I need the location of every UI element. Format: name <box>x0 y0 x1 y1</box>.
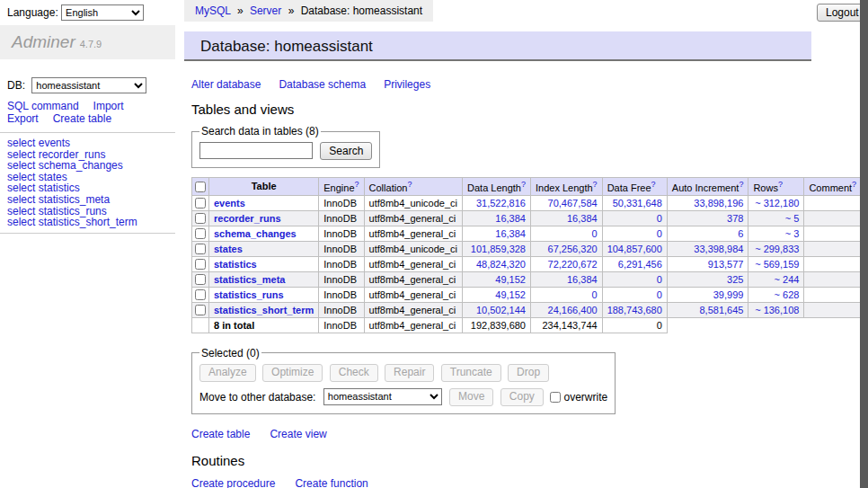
breadcrumb-server-link[interactable]: Server <box>250 4 281 17</box>
copy-button[interactable]: Copy <box>500 388 544 406</box>
index-length-link[interactable]: 16,384 <box>567 213 598 224</box>
row-checkbox[interactable] <box>195 244 206 254</box>
data-length-link[interactable]: 16,384 <box>495 228 526 239</box>
create-table-link[interactable]: Create table <box>191 428 250 440</box>
help-link-icon[interactable]: ? <box>651 180 656 189</box>
rows-count-link[interactable]: ~ 136,108 <box>755 305 799 315</box>
help-link-icon[interactable]: ? <box>407 180 412 189</box>
row-checkbox[interactable] <box>195 213 206 224</box>
row-checkbox[interactable] <box>195 289 206 300</box>
data-free-link[interactable]: 188,743,680 <box>607 305 662 315</box>
rows-count-link[interactable]: ~ 5 <box>785 213 800 224</box>
column-header-auto-increment: Auto Increment? <box>667 178 748 196</box>
rows-count-link[interactable]: ~ 628 <box>775 289 800 300</box>
language-select[interactable]: English <box>61 4 144 21</box>
drop-button[interactable]: Drop <box>508 364 549 382</box>
create-function-link[interactable]: Create function <box>295 477 368 488</box>
data-length-link[interactable]: 16,384 <box>495 213 526 224</box>
app-logo[interactable]: Adminer4.7.9 <box>0 25 175 59</box>
table-name-link[interactable]: states <box>214 244 243 254</box>
row-checkbox[interactable] <box>195 228 206 239</box>
rows-count-link[interactable]: ~ 312,180 <box>755 198 799 209</box>
auto-increment-link[interactable]: 6 <box>738 228 743 239</box>
row-checkbox[interactable] <box>195 259 206 270</box>
help-link-icon[interactable]: ? <box>852 180 856 189</box>
data-length-link[interactable]: 49,152 <box>495 274 526 285</box>
data-length-link[interactable]: 48,824,320 <box>476 259 526 270</box>
table-name-link[interactable]: statistics <box>214 259 257 270</box>
table-name-link[interactable]: statistics_short_term <box>214 305 314 315</box>
database-schema-link[interactable]: Database schema <box>279 78 366 91</box>
search-input[interactable] <box>199 142 313 159</box>
auto-increment-link[interactable]: 325 <box>727 274 743 285</box>
check-button[interactable]: Check <box>330 364 378 382</box>
rows-count-link[interactable]: ~ 299,833 <box>755 244 799 254</box>
overwrite-checkbox[interactable] <box>550 392 561 403</box>
index-length-link[interactable]: 0 <box>592 228 598 239</box>
create-view-link[interactable]: Create view <box>270 428 326 440</box>
data-length-link[interactable]: 31,522,816 <box>476 198 526 209</box>
breadcrumb-mysql-link[interactable]: MySQL <box>195 4 231 17</box>
sidebar-link-create-table[interactable]: Create table <box>53 112 111 125</box>
auto-increment-link[interactable]: 8,581,645 <box>699 305 743 315</box>
rows-count-link[interactable]: ~ 569,159 <box>755 259 799 270</box>
data-free-link[interactable]: 0 <box>657 213 662 224</box>
auto-increment-link[interactable]: 378 <box>727 213 743 224</box>
create-procedure-link[interactable]: Create procedure <box>191 477 275 488</box>
auto-increment-link[interactable]: 33,898,196 <box>694 198 743 209</box>
row-checkbox[interactable] <box>195 305 206 315</box>
move-button[interactable]: Move <box>449 388 493 406</box>
select-link[interactable]: select <box>7 216 35 228</box>
analyze-button[interactable]: Analyze <box>199 364 256 382</box>
auto-increment-link[interactable]: 39,999 <box>713 289 744 300</box>
data-length-link[interactable]: 49,152 <box>495 289 526 300</box>
sidebar-link-import[interactable]: Import <box>93 100 124 112</box>
privileges-link[interactable]: Privileges <box>384 78 430 91</box>
optimize-button[interactable]: Optimize <box>262 364 323 382</box>
data-length-link[interactable]: 101,859,328 <box>471 244 526 254</box>
repair-button[interactable]: Repair <box>385 364 434 382</box>
db-label: DB: <box>7 79 25 92</box>
table-name-link[interactable]: recorder_runs <box>214 213 281 224</box>
help-link-icon[interactable]: ? <box>355 180 359 189</box>
table-name-link[interactable]: statistics_runs <box>214 289 284 300</box>
data-free-link[interactable]: 6,291,456 <box>618 259 662 270</box>
help-link-icon[interactable]: ? <box>778 180 783 189</box>
index-length-link[interactable]: 24,166,400 <box>548 305 598 315</box>
total-label: 8 in total <box>209 317 319 333</box>
index-length-link[interactable]: 0 <box>592 289 598 300</box>
sidebar-link-sql-command[interactable]: SQL command <box>7 100 79 112</box>
data-free-link[interactable]: 104,857,600 <box>607 244 662 254</box>
index-length-link[interactable]: 16,384 <box>567 274 598 285</box>
db-select[interactable]: homeassistant <box>31 77 146 93</box>
table-link[interactable]: statistics_short_term <box>39 216 137 228</box>
search-button[interactable]: Search <box>320 142 372 160</box>
help-link-icon[interactable]: ? <box>521 180 526 189</box>
move-database-select[interactable]: homeassistant <box>323 388 442 405</box>
vertical-scrollbar[interactable] <box>860 0 868 488</box>
help-link-icon[interactable]: ? <box>739 180 743 189</box>
index-length-link[interactable]: 67,256,320 <box>548 244 598 254</box>
index-length-link[interactable]: 72,220,672 <box>548 259 598 270</box>
data-free-link[interactable]: 0 <box>657 289 662 300</box>
alter-database-link[interactable]: Alter database <box>191 78 261 91</box>
row-checkbox[interactable] <box>195 198 206 209</box>
auto-increment-link[interactable]: 33,398,984 <box>694 244 743 254</box>
data-free-link[interactable]: 0 <box>657 228 662 239</box>
rows-count-link[interactable]: ~ 3 <box>785 228 800 239</box>
index-length-link[interactable]: 70,467,584 <box>548 198 598 209</box>
select-all-checkbox[interactable] <box>195 182 206 192</box>
table-name-link[interactable]: schema_changes <box>214 228 297 239</box>
rows-count-link[interactable]: ~ 244 <box>775 274 800 285</box>
truncate-button[interactable]: Truncate <box>441 364 501 382</box>
sidebar-link-export[interactable]: Export <box>7 112 39 125</box>
data-length-link[interactable]: 10,502,144 <box>476 305 526 315</box>
table-name-link[interactable]: events <box>214 198 245 209</box>
row-checkbox[interactable] <box>195 274 206 285</box>
data-free-link[interactable]: 0 <box>657 274 662 285</box>
table-name-link[interactable]: statistics_meta <box>214 274 286 285</box>
auto-increment-link[interactable]: 913,577 <box>708 259 744 270</box>
data-free-link[interactable]: 50,331,648 <box>613 198 662 209</box>
help-link-icon[interactable]: ? <box>593 180 598 189</box>
search-legend: Search data in tables (8) <box>199 125 321 138</box>
